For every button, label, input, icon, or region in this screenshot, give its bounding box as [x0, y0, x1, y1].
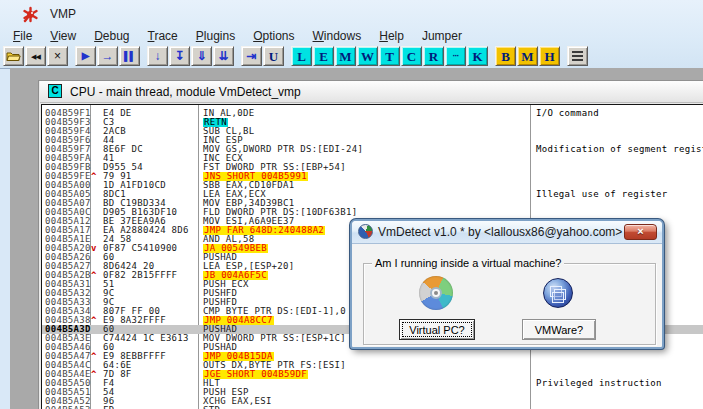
disasm-row[interactable]: 004B59F78E6F DCMOV GS,DWORD PTR DS:[EDI-… [42, 145, 703, 154]
menu-view[interactable]: View [41, 28, 85, 44]
menu-windows[interactable]: Windows [304, 28, 371, 44]
disasm-row[interactable]: 004B5A5296XCHG EAX,ESI [42, 397, 703, 406]
log-window-button[interactable]: L [291, 46, 312, 66]
app-chrome: VMP FileViewDebugTracePluginsOptionsWind… [0, 0, 703, 69]
execute-till-return-button[interactable]: ⇥ [241, 46, 262, 66]
jump-direction-arrow: ^ [91, 352, 97, 361]
call-stack-button[interactable]: K [467, 46, 488, 66]
ollydbg-app-icon [21, 5, 40, 24]
open-file-button[interactable] [3, 46, 24, 66]
bytes-cell: 0F82 2B15FFFF [103, 271, 177, 280]
vmdetect-app-icon [358, 224, 373, 239]
jump-direction-arrow: v [91, 244, 97, 253]
trace-into-button[interactable]: ⇓ [191, 46, 212, 66]
disasm-row[interactable]: 004B5A4C64:6EOUTS DX,BYTE PTR FS:[ESI] [42, 361, 703, 370]
menu-debug[interactable]: Debug [85, 28, 138, 44]
virtual-pc-cd-icon [419, 276, 453, 310]
analysis-comment: Modification of segment register [536, 145, 703, 154]
menu-file[interactable]: File [4, 28, 41, 44]
dialog-title: VmDetect v1.0 * by <lallousx86@yahoo.com… [378, 225, 622, 239]
disasm-row[interactable]: 004B5A50F4HLTPrivileged instruction [42, 379, 703, 388]
references-button[interactable]: R [423, 46, 444, 66]
memory-breakpoints-button[interactable]: M [517, 46, 538, 66]
analysis-comment: I/O command [536, 109, 599, 118]
disasm-row[interactable]: 004B5A5154PUSH ESP [42, 388, 703, 397]
trace-over-button[interactable]: ⇊ [213, 46, 234, 66]
disasm-row[interactable]: 004B59F42ACBSUB CL,BL [42, 127, 703, 136]
vmware-logo-icon [543, 278, 573, 308]
virtual-pc-button[interactable]: Virtual PC? [399, 319, 475, 340]
hardware-breakpoints-button[interactable]: H [539, 46, 560, 66]
open-folder-icon [6, 50, 21, 62]
window-title: VMP [50, 7, 76, 21]
dialog-close-icon[interactable]: × [624, 224, 657, 240]
window-titlebar: VMP [0, 0, 703, 28]
menu-jumper[interactable]: Jumper [413, 28, 471, 44]
cpu-window-titlebar[interactable]: C CPU - main thread, module VmDetect_vmp [40, 81, 703, 103]
menubar: FileViewDebugTracePluginsOptionsWindowsH… [4, 28, 471, 44]
run-button[interactable]: ▶ [75, 46, 96, 66]
menu-help[interactable]: Help [370, 28, 413, 44]
groupbox-label: Am I running inside a virtual machine? [372, 257, 564, 269]
more-windows-button[interactable]: ··· [445, 46, 466, 66]
analysis-comment: Illegal use of register [536, 190, 668, 199]
list-icon [572, 51, 583, 61]
step-over-button[interactable]: ↧ [169, 46, 190, 66]
menu-options[interactable]: Options [244, 28, 303, 44]
disasm-row[interactable]: 004B59FBD955 54FST DWORD PTR SS:[EBP+54] [42, 163, 703, 172]
cpu-window-title: CPU - main thread, module VmDetect_vmp [70, 85, 301, 99]
windows-button[interactable]: W [357, 46, 378, 66]
bytes-cell: 0F87 C5410900 [103, 244, 177, 253]
bytes-cell: C74424 1C E3613 [103, 334, 189, 343]
vmdetect-dialog: VmDetect v1.0 * by <lallousx86@yahoo.com… [350, 219, 664, 349]
cpu-window-icon: C [48, 84, 62, 98]
dialog-titlebar[interactable]: VmDetect v1.0 * by <lallousx86@yahoo.com… [352, 221, 662, 244]
pause-button[interactable]: ▌▌ [119, 46, 140, 66]
toolbar: ◀◀×▶→▌▌↓↧⇓⇊⇥ULEMWTCR···KBMH [3, 45, 589, 67]
memory-map-button[interactable]: M [335, 46, 356, 66]
threads-button[interactable]: T [379, 46, 400, 66]
go-to-user-code-button[interactable]: U [263, 46, 284, 66]
cpu-window-button[interactable]: C [401, 46, 422, 66]
vmware-button[interactable]: VMWare? [522, 319, 596, 340]
menu-plugins[interactable]: Plugins [187, 28, 244, 44]
windows-list-button[interactable] [567, 46, 588, 66]
analysis-comment: Privileged instruction [536, 379, 662, 388]
restart-button[interactable]: ◀◀ [25, 46, 46, 66]
jump-direction-arrow: ^ [91, 271, 97, 280]
executables-button[interactable]: E [313, 46, 334, 66]
disasm-row[interactable]: 004B59F3C3RETN [42, 118, 703, 127]
disasm-row[interactable]: 004B59F1E4 DEIN AL,0DEI/O command [42, 109, 703, 118]
jump-direction-arrow: ^ [91, 370, 97, 379]
close-program-button[interactable]: × [47, 46, 68, 66]
menu-trace[interactable]: Trace [139, 28, 187, 44]
disasm-row[interactable]: 004B5A47^E9 8EBBFFFFJMP 004B15DA [42, 352, 703, 361]
jump-direction-arrow: ^ [91, 316, 97, 325]
execute-selection-button[interactable]: → [97, 46, 118, 66]
step-into-button[interactable]: ↓ [147, 46, 168, 66]
breakpoints-button[interactable]: B [495, 46, 516, 66]
jump-direction-arrow: ^ [91, 172, 97, 181]
